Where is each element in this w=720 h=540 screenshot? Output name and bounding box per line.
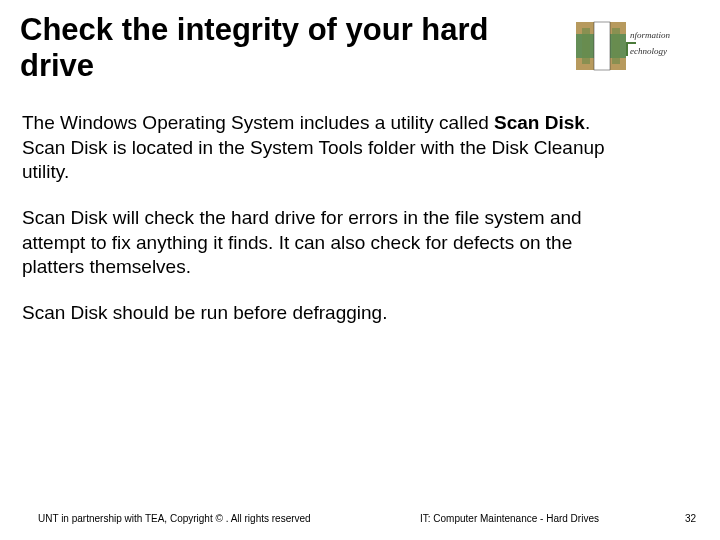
slide-body: The Windows Operating System includes a … — [20, 111, 700, 325]
svg-rect-5 — [582, 28, 590, 64]
svg-rect-3 — [594, 22, 610, 70]
information-technology-icon: nformation echnology — [572, 16, 692, 76]
svg-text:nformation: nformation — [630, 30, 671, 40]
svg-rect-6 — [612, 28, 620, 64]
footer-copyright: UNT in partnership with TEA, Copyright ©… — [38, 513, 311, 524]
slide-header: Check the integrity of your hard drive n… — [20, 12, 700, 83]
footer-page-number: 32 — [685, 513, 696, 524]
paragraph-1-pre: The Windows Operating System includes a … — [22, 112, 494, 133]
slide: Check the integrity of your hard drive n… — [0, 0, 720, 540]
svg-rect-10 — [626, 42, 628, 56]
slide-footer: UNT in partnership with TEA, Copyright ©… — [0, 513, 720, 524]
paragraph-2: Scan Disk will check the hard drive for … — [22, 206, 612, 279]
paragraph-1-bold: Scan Disk — [494, 112, 585, 133]
slide-title: Check the integrity of your hard drive — [20, 12, 500, 83]
footer-course: IT: Computer Maintenance - Hard Drives — [420, 513, 599, 524]
paragraph-1: The Windows Operating System includes a … — [22, 111, 612, 184]
paragraph-3: Scan Disk should be run before defraggin… — [22, 301, 612, 325]
it-logo: nformation echnology — [572, 16, 692, 76]
svg-text:echnology: echnology — [630, 46, 667, 56]
